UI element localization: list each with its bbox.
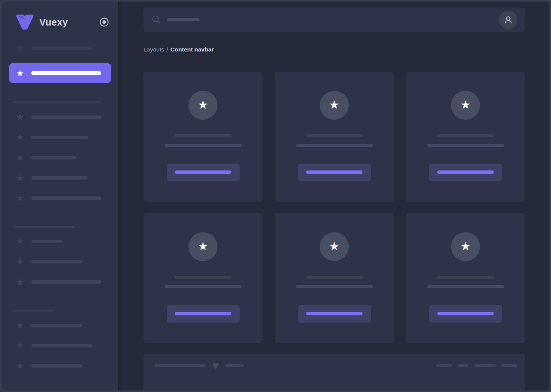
card-button[interactable] <box>167 164 240 181</box>
app-frame: Vuexy ★ ★ ★ ★ <box>0 0 551 392</box>
search-placeholder-bar <box>167 18 200 21</box>
sidebar-item[interactable]: ★ <box>15 43 118 53</box>
skeleton-text-bar <box>437 276 494 279</box>
button-label-bar <box>306 312 362 315</box>
sidebar-menu: ★ ★ ★ ★ ★ ★ <box>15 43 118 371</box>
star-icon: ★ <box>15 257 25 267</box>
card: ★ <box>275 213 394 343</box>
section-header-bar <box>13 310 55 312</box>
sidebar-item-active[interactable]: ★ <box>9 63 111 83</box>
search-input[interactable] <box>152 15 499 24</box>
vuexy-v-icon <box>15 14 35 31</box>
heart-icon: ♥ <box>212 360 219 371</box>
footer-link-bar <box>501 364 517 367</box>
star-icon: ★ <box>15 132 25 142</box>
user-avatar[interactable] <box>499 11 517 29</box>
skeleton-text-bar <box>165 144 242 147</box>
card: ★ <box>143 213 263 343</box>
card: ★ <box>275 72 394 202</box>
footer-link-bar <box>436 364 452 367</box>
card-avatar-circle: ★ <box>188 232 218 261</box>
star-icon: ★ <box>15 112 25 122</box>
breadcrumb: Layouts / Content navbar <box>143 46 525 53</box>
star-icon: ★ <box>461 99 471 111</box>
skeleton-text-bar <box>437 134 494 137</box>
button-label-bar <box>306 170 362 174</box>
card-button[interactable] <box>298 305 371 323</box>
radio-dot-icon[interactable] <box>99 17 109 27</box>
star-icon: ★ <box>15 68 25 78</box>
breadcrumb-parent[interactable]: Layouts <box>143 46 164 53</box>
card-button[interactable] <box>298 164 371 181</box>
skeleton-label-bar <box>31 324 82 327</box>
breadcrumb-separator: / <box>166 46 168 53</box>
star-icon: ★ <box>329 241 340 252</box>
search-icon <box>152 15 161 24</box>
section-header-bar <box>13 101 101 103</box>
star-icon: ★ <box>198 99 208 111</box>
star-icon: ★ <box>15 43 25 53</box>
card-avatar-circle: ★ <box>188 91 218 120</box>
top-navbar <box>143 8 525 32</box>
skeleton-label-bar <box>31 47 92 50</box>
star-icon: ★ <box>15 361 25 371</box>
sidebar-item[interactable]: ★ <box>15 341 118 350</box>
star-icon: ★ <box>15 173 25 183</box>
skeleton-label-bar <box>31 240 63 243</box>
skeleton-text-bar <box>175 134 232 137</box>
skeleton-text-bar <box>306 134 363 137</box>
sidebar-item[interactable]: ★ <box>15 277 118 287</box>
sidebar-item[interactable]: ★ <box>15 193 118 203</box>
sidebar-item[interactable]: ★ <box>15 361 118 371</box>
skeleton-text-bar <box>296 144 373 147</box>
sidebar-header: Vuexy <box>15 13 118 31</box>
skeleton-label-bar <box>31 196 102 200</box>
card: ★ <box>406 72 525 202</box>
breadcrumb-current: Content navbar <box>171 46 214 53</box>
skeleton-label-bar <box>31 280 102 284</box>
footer-text-bar <box>226 364 244 367</box>
skeleton-label-bar <box>31 156 76 159</box>
sidebar-item[interactable]: ★ <box>15 173 118 183</box>
footer-link-bar <box>458 364 469 367</box>
button-label-bar <box>437 312 494 315</box>
sidebar-item[interactable]: ★ <box>15 112 118 122</box>
card-grid: ★ ★ ★ <box>143 72 525 343</box>
star-icon: ★ <box>15 236 25 246</box>
skeleton-label-bar <box>31 136 88 139</box>
skeleton-text-bar <box>296 285 373 288</box>
skeleton-label-bar <box>31 71 101 75</box>
skeleton-label-bar <box>31 260 82 263</box>
page-footer: ♥ <box>143 354 525 390</box>
card-avatar-circle: ★ <box>451 232 480 261</box>
skeleton-label-bar <box>31 176 88 180</box>
skeleton-text-bar <box>165 285 242 288</box>
skeleton-text-bar <box>175 276 232 279</box>
sidebar: Vuexy ★ ★ ★ ★ <box>2 2 118 390</box>
sidebar-item[interactable]: ★ <box>15 236 118 246</box>
sidebar-item[interactable]: ★ <box>15 153 118 162</box>
user-icon <box>503 15 513 25</box>
main-content: Layouts / Content navbar ★ ★ <box>118 2 549 390</box>
card-button[interactable] <box>429 305 502 323</box>
sidebar-item[interactable]: ★ <box>15 257 118 267</box>
brand-title: Vuexy <box>39 17 68 28</box>
footer-text-bar <box>155 364 206 367</box>
sidebar-item[interactable]: ★ <box>15 320 118 330</box>
skeleton-text-bar <box>427 285 504 288</box>
footer-link-bar <box>474 364 496 367</box>
card-button[interactable] <box>167 305 240 323</box>
star-icon: ★ <box>461 241 471 252</box>
button-label-bar <box>175 312 231 315</box>
star-icon: ★ <box>15 341 25 350</box>
star-icon: ★ <box>15 320 25 330</box>
card: ★ <box>406 213 525 343</box>
sidebar-item[interactable]: ★ <box>15 132 118 142</box>
skeleton-text-bar <box>427 144 504 147</box>
button-label-bar <box>437 170 494 174</box>
star-icon: ★ <box>15 277 25 287</box>
skeleton-label-bar <box>31 344 92 347</box>
footer-links <box>436 364 517 367</box>
card-button[interactable] <box>429 164 502 181</box>
star-icon: ★ <box>15 193 25 203</box>
